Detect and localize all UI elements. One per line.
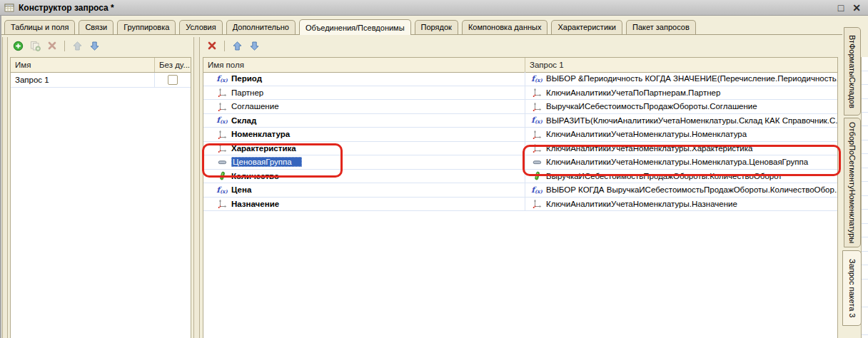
field-row[interactable]: f(x)Ценаf(x)ВЫБОР КОГДА ВыручкаИСебестои… — [203, 183, 837, 198]
move-down-button[interactable] — [248, 39, 261, 52]
field-expression: ВыручкаИСебестоимостьПродажОбороты.Согла… — [546, 102, 757, 111]
field-icon — [218, 102, 227, 111]
tab-data-composition[interactable]: Компоновка данных — [462, 20, 548, 34]
field-row[interactable]: ПартнерКлючиАналитикиУчетаПоПартнерам.Па… — [203, 86, 837, 101]
delete-button[interactable] — [46, 39, 59, 52]
fx-icon: f(x) — [216, 75, 228, 83]
field-icon — [533, 143, 542, 153]
field-icon — [218, 88, 227, 97]
delete-button[interactable] — [206, 39, 218, 52]
field-row[interactable]: КоличествоВыручкаИСебестоимостьПродажОбо… — [203, 170, 837, 184]
tab-links[interactable]: Связи — [79, 20, 113, 34]
field-expression-cell: f(x)ВЫБОР КОГДА ВыручкаИСебестоимостьПро… — [525, 183, 837, 197]
tab-additional[interactable]: Дополнительно — [226, 20, 296, 34]
add-copy-button[interactable] — [29, 39, 41, 52]
field-name: Цена — [231, 185, 251, 194]
field-name-cell: f(x)Цена — [203, 183, 525, 197]
field-expression: ВЫБОР &Периодичность КОГДА ЗНАЧЕНИЕ(Пере… — [546, 74, 837, 83]
field-row[interactable]: f(x)Складf(x)ВЫРАЗИТЬ(КлючиАналитикиУчет… — [203, 114, 837, 128]
fields-toolbar — [206, 37, 261, 54]
distinct-cell — [154, 73, 191, 87]
add-button[interactable] — [11, 39, 24, 52]
measure-icon — [218, 171, 227, 180]
field-expression-cell: КлючиАналитикиУчетаНоменклатуры.Назначен… — [525, 198, 837, 211]
field-icon — [533, 102, 542, 111]
field-expression-cell: ВыручкаИСебестоимостьПродажОбороты.Колич… — [525, 170, 837, 183]
field-row[interactable]: НазначениеКлючиАналитикиУчетаНоменклатур… — [203, 198, 837, 212]
column-header-query1: Запрос 1 — [525, 58, 837, 72]
column-header-field-name: Имя поля — [203, 58, 525, 72]
field-row[interactable]: НоменклатураКлючиАналитикиУчетаНоменклат… — [203, 128, 837, 142]
side-tab-vt-formaty-skladov[interactable]: ВтФорматыСкладов — [844, 27, 861, 116]
left-collapsed-splitter[interactable] — [2, 37, 8, 338]
query-row[interactable]: Запрос 1 — [11, 73, 191, 88]
measure-icon — [533, 171, 542, 180]
fx-icon: f(x) — [216, 186, 228, 194]
toolbar-separator — [224, 41, 225, 51]
arrow-up-icon — [232, 41, 243, 51]
field-name-cell: Соглашение — [203, 100, 525, 113]
tab-order[interactable]: Порядок — [415, 20, 458, 34]
side-tab-zapros-paketa-3[interactable]: Запрос пакета 3 — [842, 250, 862, 326]
window-title: Конструктор запроса * — [19, 3, 114, 13]
tab-unions-aliases[interactable]: Объединения/Псевдонимы — [299, 19, 411, 35]
field-name-cell: ЦеноваяГруппа — [203, 155, 525, 169]
field-expression: КлючиАналитикиУчетаНоменклатуры.Номенкла… — [546, 158, 808, 166]
arrow-up-icon — [72, 41, 83, 51]
field-row[interactable]: ЦеноваяГруппаКлючиАналитикиУчетаНоменкла… — [203, 155, 837, 170]
column-header-name: Имя — [11, 58, 154, 72]
distinct-checkbox[interactable] — [168, 75, 178, 85]
query-list-header: Имя Без ду... — [11, 58, 191, 73]
arrow-down-icon — [249, 41, 260, 51]
field-name-cell: f(x)Период — [203, 72, 525, 86]
arrow-down-icon — [89, 41, 100, 51]
field-name: Соглашение — [231, 102, 279, 111]
tab-conditions[interactable]: Условия — [179, 20, 222, 34]
field-name-cell: Количество — [203, 170, 525, 183]
add-icon — [13, 41, 24, 51]
tab-tables-and-fields[interactable]: Таблицы и поля — [4, 20, 75, 34]
field-row[interactable]: ХарактеристикаКлючиАналитикиУчетаНоменкл… — [203, 142, 837, 156]
background-table-sliver — [861, 57, 868, 338]
field-expression: КлючиАналитикиУчетаНоменклатуры.Характер… — [546, 144, 752, 153]
copy-icon — [30, 41, 41, 51]
field-name: Назначение — [231, 200, 279, 208]
field-icon — [533, 130, 542, 139]
panel-splitter[interactable] — [193, 37, 200, 338]
field-icon — [533, 88, 542, 97]
field-name-cell: f(x)Склад — [203, 114, 525, 128]
maximize-button[interactable]: □ — [838, 3, 844, 13]
field-row[interactable]: СоглашениеВыручкаИСебестоимостьПродажОбо… — [203, 100, 837, 114]
field-icon — [218, 199, 227, 208]
minus-icon — [533, 158, 542, 167]
field-expression-cell: КлючиАналитикиУчетаПоПартнерам.Партнер — [525, 86, 837, 100]
move-up-button[interactable] — [231, 39, 243, 52]
close-button[interactable]: ✕ — [852, 3, 861, 13]
side-tab-otbor-po-segmentu-nomenklatury[interactable]: ОтборПоСегментуНоменклатуры — [844, 118, 861, 247]
fields-table: Имя поля Запрос 1 f(x)Периодf(x)ВЫБОР &П… — [203, 57, 838, 338]
field-name: Характеристика — [231, 144, 296, 153]
minus-icon — [218, 158, 227, 167]
fx-icon: f(x) — [531, 186, 542, 194]
tab-query-batch[interactable]: Пакет запросов — [626, 20, 696, 34]
field-row[interactable]: f(x)Периодf(x)ВЫБОР &Периодичность КОГДА… — [203, 72, 837, 86]
window-titlebar: Конструктор запроса * □ ✕ — [0, 0, 868, 16]
move-down-button[interactable] — [88, 39, 101, 52]
tab-grouping[interactable]: Группировка — [117, 20, 176, 34]
fx-icon: f(x) — [531, 116, 542, 124]
field-expression-cell: ВыручкаИСебестоимостьПродажОбороты.Согла… — [525, 100, 837, 113]
field-icon — [218, 130, 227, 139]
field-expression-cell: КлючиАналитикиУчетаНоменклатуры.Характер… — [525, 142, 837, 155]
fx-icon: f(x) — [531, 75, 542, 83]
query-list-toolbar — [11, 37, 101, 54]
move-up-button[interactable] — [71, 39, 84, 52]
field-name: Номенклатура — [231, 130, 290, 138]
field-expression: КлючиАналитикиУчетаНоменклатуры.Номенкла… — [546, 130, 747, 138]
field-name: ЦеноваяГруппа — [231, 157, 302, 167]
query-list-table: Имя Без ду... Запрос 1 — [10, 57, 191, 338]
tab-characteristics[interactable]: Характеристики — [551, 20, 622, 34]
field-name-cell: Номенклатура — [203, 128, 525, 141]
field-expression: ВЫБОР КОГДА ВыручкаИСебестоимостьПродажО… — [546, 185, 837, 194]
delete-icon — [207, 41, 217, 51]
field-name: Период — [231, 74, 262, 83]
